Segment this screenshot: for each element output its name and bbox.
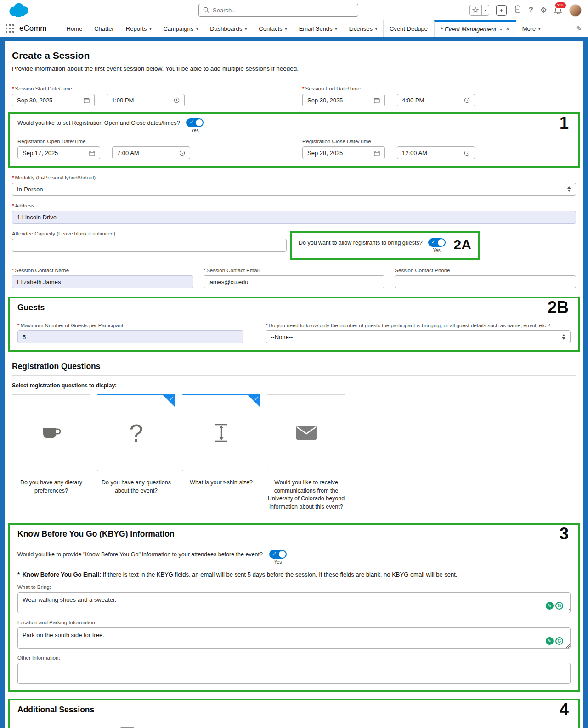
gear-icon[interactable]: ⚙ [540, 6, 547, 15]
guests-toggle-label: Do you want to allow registrants to brin… [299, 238, 423, 246]
nav-more[interactable]: More▾ [516, 20, 547, 37]
questions-instruction: Select registration questions to display… [12, 382, 576, 389]
tab-cvent-dedupe[interactable]: Cvent Dedupe [383, 20, 434, 37]
nav-item-chatter[interactable]: Chatter [88, 20, 120, 37]
address-input[interactable] [12, 211, 576, 224]
toggle-state-label: Yes [274, 560, 282, 565]
favorites-button[interactable]: ▾ [469, 5, 489, 16]
other-info-textarea[interactable] [17, 663, 571, 684]
session-end-time-input[interactable]: 4:00 PM [397, 94, 475, 106]
registration-close-field: Registration Close Date/Time Sep 28, 202… [302, 139, 571, 159]
help-icon[interactable]: ? [529, 6, 533, 14]
guidance-center-icon[interactable] [514, 5, 522, 15]
check-icon: ✓ [254, 395, 259, 402]
session-end-date-input[interactable]: Sep 30, 2025 [302, 94, 385, 106]
chevron-down-icon: ▾ [335, 26, 337, 31]
max-guests-input[interactable] [17, 330, 243, 343]
contact-name-input[interactable] [12, 275, 193, 288]
guest-details-select[interactable]: --None-- [266, 330, 571, 343]
avatar[interactable] [569, 4, 582, 17]
chevron-down-icon: ▾ [196, 26, 198, 31]
global-header: ▾ + ? ⚙ 20+ [0, 0, 588, 20]
registration-open-time-input[interactable]: 7:00 AM [112, 146, 190, 159]
annotation-number-3: 3 [560, 526, 569, 542]
capacity-input[interactable] [12, 239, 287, 252]
edit-nav-icon[interactable]: ✎ [576, 24, 585, 33]
nav-item-reports[interactable]: Reports▾ [120, 20, 158, 37]
annotation-box-2a: Do you want to allow registrants to brin… [290, 231, 480, 260]
what-to-bring-textarea[interactable]: Wear walking shoes and a sweater. [17, 592, 571, 613]
page-subtitle: Provide information about the first even… [12, 65, 576, 72]
nav-item-dashboards[interactable]: Dashboards▾ [204, 20, 253, 37]
calendar-icon [89, 150, 95, 156]
question-card-questions[interactable]: ✓ ? [97, 394, 175, 471]
registration-close-time-input[interactable]: 12:00 AM [397, 146, 475, 159]
assistant-icon[interactable]: ✎ [546, 602, 554, 610]
nav-item-campaigns[interactable]: Campaigns▾ [157, 20, 204, 37]
annotation-box-2b: 2B Guests *Maximum Number of Guests per … [8, 297, 580, 352]
nav-item-home[interactable]: Home [61, 20, 89, 37]
nav-item-email-sends[interactable]: Email Sends▾ [293, 20, 343, 37]
question-card-communications[interactable] [267, 394, 345, 471]
annotation-number-2a: 2A [451, 238, 471, 251]
calendar-icon [374, 150, 380, 156]
nav-item-licenses[interactable]: Licenses▾ [343, 20, 383, 37]
calendar-icon [374, 97, 380, 103]
tab-event-management[interactable]: * Event Management ▾ ✕ [434, 20, 516, 37]
star-icon[interactable] [470, 5, 482, 15]
toggle-state-label: Yes [433, 248, 440, 253]
question-card-label: Do you have any questions about the even… [97, 479, 175, 495]
divider [12, 375, 576, 376]
assistant-icon[interactable]: ✎ [546, 637, 554, 645]
registration-open-date-input[interactable]: Sep 17, 2025 [17, 146, 100, 159]
divider [17, 719, 571, 719]
quick-add-button[interactable]: + [496, 5, 507, 16]
registration-toggle-label: Would you like to set Registration Open … [17, 118, 180, 126]
grammarly-icon[interactable]: G [555, 602, 563, 610]
kbyg-toggle[interactable]: ✓ [269, 550, 287, 559]
close-icon[interactable]: ✕ [506, 26, 510, 32]
session-start-time-input[interactable]: 1:00 PM [107, 94, 185, 106]
annotation-box-4: 4 Additional Sessions Do you want to add… [8, 699, 580, 728]
grammarly-icon[interactable]: G [555, 637, 563, 645]
chevron-down-icon[interactable]: ▾ [482, 5, 489, 15]
question-card-dietary[interactable] [12, 394, 90, 471]
search-icon [203, 7, 209, 13]
clock-icon [174, 97, 180, 103]
chevron-down-icon[interactable]: ▾ [500, 27, 502, 32]
registration-close-date-input[interactable]: Sep 28, 2025 [302, 146, 385, 159]
kbyg-toggle-label: Would you like to provide "Know Before Y… [17, 550, 263, 558]
global-search[interactable] [198, 4, 358, 17]
annotation-number-4: 4 [560, 701, 569, 718]
annotation-box-3: 3 Know Before You Go (KBYG) Information … [8, 523, 580, 692]
parking-textarea[interactable]: Park on the south side for free. [17, 627, 571, 649]
nav-item-contacts[interactable]: Contacts▾ [253, 20, 293, 37]
clock-icon [179, 150, 185, 156]
chevron-down-icon: ▾ [149, 26, 151, 31]
contact-name-field: *Session Contact Name [12, 268, 193, 288]
select-arrows-icon [562, 334, 565, 340]
clock-icon [464, 150, 470, 156]
envelope-icon [296, 426, 317, 440]
app-launcher-icon[interactable] [6, 24, 15, 33]
session-start-date-input[interactable]: Sep 30, 2025 [12, 94, 95, 106]
registration-dates-toggle[interactable]: ✓ [186, 118, 204, 127]
allow-guests-toggle[interactable]: ✓ [428, 238, 446, 247]
contact-email-input[interactable] [204, 275, 385, 288]
chevron-down-icon: ▾ [538, 26, 540, 31]
registration-open-field: Registration Open Date/Time Sep 17, 2025… [17, 139, 286, 159]
app-navigation: eComm Home Chatter Reports▾ Campaigns▾ D… [0, 20, 588, 37]
registration-questions-title: Registration Questions [12, 362, 576, 371]
question-card-tshirt[interactable]: ✓ [182, 394, 260, 471]
check-icon: ✓ [169, 395, 174, 402]
modality-select[interactable]: In-Person [12, 183, 576, 196]
clock-icon [464, 97, 470, 103]
create-session-form: Create a Session Provide information abo… [5, 41, 583, 728]
annotation-box-1: 1 Would you like to set Registration Ope… [8, 112, 580, 168]
select-arrows-icon [567, 186, 571, 192]
chevron-down-icon: ▾ [245, 26, 247, 31]
notification-badge: 20+ [554, 1, 567, 9]
notifications-button[interactable]: 20+ [554, 6, 562, 15]
contact-phone-input[interactable] [395, 275, 576, 288]
search-input[interactable] [213, 7, 354, 14]
